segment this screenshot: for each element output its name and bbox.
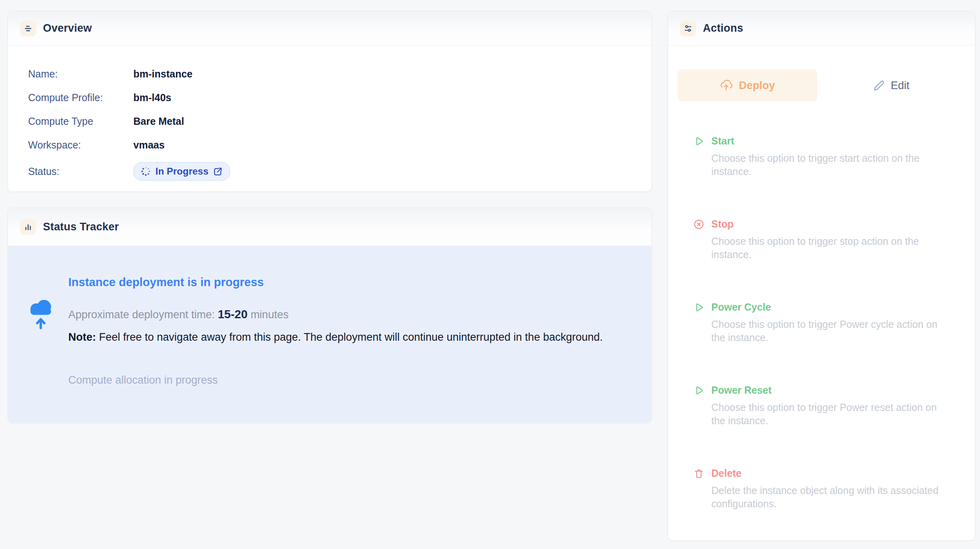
- action-label: Start: [711, 135, 734, 147]
- overview-card: Overview Name: bm-instance Compute Profi…: [8, 11, 652, 192]
- action-description: Delete the instance object along with it…: [711, 484, 952, 510]
- action-item-stop[interactable]: Stop Choose this option to trigger stop …: [693, 218, 965, 261]
- status-row: Status: In Pr: [28, 162, 651, 181]
- status-badge-label: In Progress: [155, 166, 208, 177]
- trash-icon: [693, 468, 704, 479]
- edit-button[interactable]: Edit: [817, 79, 965, 92]
- field-label: Compute Type: [28, 116, 133, 127]
- deployment-time-prefix: Approximate deployment time:: [68, 309, 215, 321]
- action-label: Power Reset: [711, 384, 772, 396]
- field-label: Name:: [28, 68, 133, 80]
- deploy-label: Deploy: [739, 79, 775, 92]
- deployment-time-line: Approximate deployment time: 15-20 minut…: [68, 308, 603, 321]
- overview-icon: [20, 20, 36, 37]
- deployment-status-panel: Instance deployment is in progress Appro…: [8, 246, 651, 423]
- status-tracker-card: Status Tracker Instance deployment: [8, 207, 652, 423]
- actions-list: Start Choose this option to trigger star…: [678, 135, 965, 510]
- action-item-power-reset[interactable]: Power Reset Choose this option to trigge…: [693, 384, 965, 427]
- overview-body: Name: bm-instance Compute Profile: bm-l4…: [8, 46, 651, 181]
- deployment-time-value: 15-20: [218, 308, 247, 321]
- sliders-icon: [680, 20, 696, 37]
- actions-body: Deploy Edit: [668, 46, 975, 510]
- actions-card: Actions Deploy: [668, 11, 975, 541]
- play-icon: [693, 385, 704, 396]
- status-tracker-header: Status Tracker: [8, 208, 651, 246]
- status-badge[interactable]: In Progress: [133, 162, 230, 181]
- external-link-icon: [213, 167, 223, 177]
- field-label: Compute Profile:: [28, 92, 133, 104]
- field-value: Bare Metal: [133, 116, 184, 127]
- pencil-icon: [873, 80, 885, 92]
- edit-label: Edit: [891, 79, 910, 92]
- deployment-note: Note: Feel free to navigate away from th…: [68, 331, 603, 344]
- field-row-compute-profile: Compute Profile: bm-l40s: [28, 91, 651, 104]
- progress-status-text: Compute allocation in progress: [68, 374, 603, 386]
- action-item-delete[interactable]: Delete Delete the instance object along …: [693, 467, 965, 510]
- action-label: Power Cycle: [711, 301, 771, 313]
- field-value: vmaas: [133, 139, 165, 151]
- action-description: Choose this option to trigger Power cycl…: [711, 318, 952, 344]
- deployment-status-text: Instance deployment is in progress Appro…: [68, 271, 603, 423]
- deployment-time-suffix: minutes: [251, 309, 289, 321]
- field-row-compute-type: Compute Type Bare Metal: [28, 115, 651, 128]
- action-description: Choose this option to trigger Power rese…: [711, 401, 952, 427]
- deployment-heading: Instance deployment is in progress: [68, 276, 603, 289]
- note-text: Feel free to navigate away from this pag…: [99, 331, 603, 343]
- bar-chart-icon: [20, 219, 36, 235]
- actions-card-header: Actions: [668, 11, 975, 46]
- field-value: bm-instance: [133, 68, 192, 80]
- note-label: Note:: [68, 331, 96, 343]
- action-description: Choose this option to trigger start acti…: [711, 152, 952, 178]
- cloud-upload-icon: [27, 271, 55, 423]
- action-label: Stop: [711, 218, 734, 230]
- action-item-power-cycle[interactable]: Power Cycle Choose this option to trigge…: [693, 301, 965, 344]
- status-tracker-title: Status Tracker: [43, 221, 119, 233]
- field-row-name: Name: bm-instance: [28, 67, 651, 80]
- action-item-start[interactable]: Start Choose this option to trigger star…: [693, 135, 965, 178]
- play-icon: [693, 302, 704, 313]
- overview-card-header: Overview: [8, 11, 651, 46]
- action-label: Delete: [711, 467, 741, 480]
- x-circle-icon: [693, 219, 704, 230]
- deploy-button[interactable]: Deploy: [678, 69, 817, 102]
- cloud-upload-outline-icon: [720, 79, 733, 92]
- action-description: Choose this option to trigger stop actio…: [711, 235, 952, 261]
- field-label: Workspace:: [28, 139, 133, 151]
- field-value: bm-l40s: [133, 92, 171, 104]
- actions-toolbar: Deploy Edit: [678, 69, 965, 102]
- spinner-icon: [141, 166, 151, 177]
- actions-title: Actions: [703, 22, 743, 35]
- overview-title: Overview: [43, 22, 92, 35]
- status-label: Status:: [28, 166, 133, 177]
- field-row-workspace: Workspace: vmaas: [28, 138, 651, 151]
- play-icon: [693, 136, 704, 147]
